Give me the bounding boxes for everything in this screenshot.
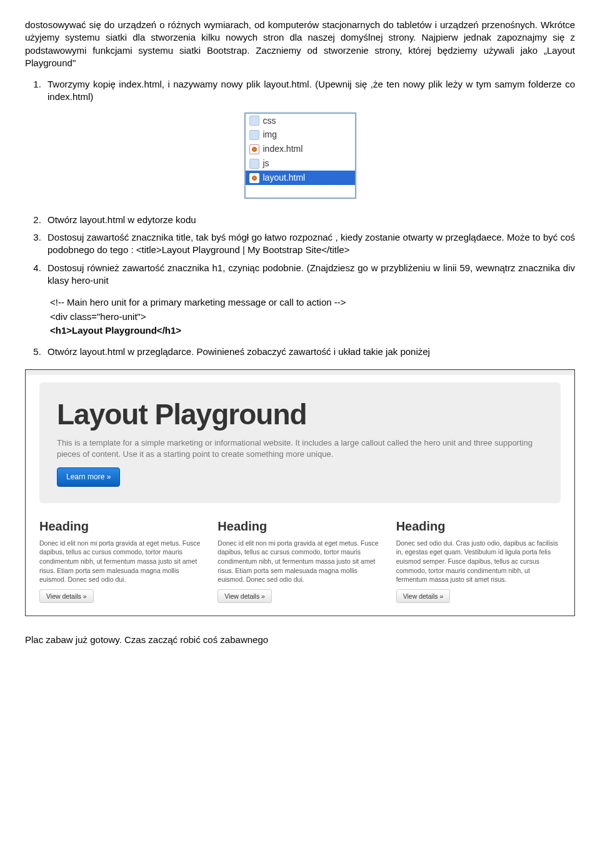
column-text: Donec sed odio dui. Cras justo odio, dap… — [396, 539, 561, 584]
file-icon — [249, 173, 259, 183]
file-name: index.html — [263, 143, 303, 155]
ordered-list-2: Otwórz layout.html w edytorze kodu Dosto… — [44, 214, 575, 287]
closing-paragraph: Plac zabaw już gotowy. Czas zacząć robić… — [25, 634, 575, 646]
column-text: Donec id elit non mi porta gravida at eg… — [39, 539, 204, 584]
column-heading: Heading — [396, 518, 561, 535]
ordered-list-1: Tworzymy kopię index.html, i nazywamy no… — [44, 78, 575, 104]
list-item-5: Otwórz layout.html w przeglądarce. Powin… — [44, 346, 575, 358]
feature-columns: Heading Donec id elit non mi porta gravi… — [39, 518, 561, 604]
navbar-placeholder — [26, 370, 574, 375]
file-icon — [249, 144, 259, 154]
folder-icon — [249, 159, 259, 169]
file-row-layout: layout.html — [246, 171, 355, 185]
list-item-1: Tworzymy kopię index.html, i nazywamy no… — [44, 78, 575, 104]
folder-icon — [249, 116, 259, 126]
view-details-button[interactable]: View details » — [39, 589, 94, 603]
view-details-button[interactable]: View details » — [218, 589, 272, 603]
code-line-1: <!-- Main hero unit for a primary market… — [50, 296, 575, 310]
code-line-3: <h1>Layout Playground</h1> — [50, 324, 575, 338]
list-item-3: Dostosuj zawartość znacznika title, tak … — [44, 231, 575, 257]
column-heading: Heading — [39, 518, 204, 535]
folder-icon — [249, 130, 259, 140]
file-name: js — [263, 157, 269, 169]
file-row-css: css — [246, 114, 355, 128]
list-item-2: Otwórz layout.html w edytorze kodu — [44, 214, 575, 226]
learn-more-button[interactable]: Learn more » — [57, 467, 120, 486]
feature-column-1: Heading Donec id elit non mi porta gravi… — [39, 518, 204, 604]
column-heading: Heading — [218, 518, 382, 535]
column-text: Donec id elit non mi porta gravida at eg… — [218, 539, 382, 584]
hero-title: Layout Playground — [57, 395, 543, 434]
feature-column-2: Heading Donec id elit non mi porta gravi… — [218, 518, 382, 604]
view-details-button[interactable]: View details » — [396, 589, 451, 603]
intro-paragraph: dostosowywać się do urządzeń o różnych w… — [25, 19, 575, 69]
file-row-img: img — [246, 127, 355, 142]
feature-column-3: Heading Donec sed odio dui. Cras justo o… — [396, 518, 561, 604]
file-list: css img index.html js layout.html — [244, 112, 356, 199]
bootstrap-template: Layout Playground This is a template for… — [25, 369, 575, 616]
ordered-list-3: Otwórz layout.html w przeglądarce. Powin… — [44, 346, 575, 358]
file-name: img — [263, 129, 278, 141]
file-name: layout.html — [263, 172, 306, 184]
file-row-index: index.html — [246, 142, 355, 156]
file-row-js: js — [246, 156, 355, 171]
file-row-empty — [246, 185, 355, 197]
browser-screenshot: Layout Playground This is a template for… — [25, 369, 575, 616]
hero-lead: This is a template for a simple marketin… — [57, 437, 543, 460]
code-snippet: <!-- Main hero unit for a primary market… — [50, 296, 575, 338]
code-line-2: <div class="hero-unit"> — [50, 310, 575, 324]
file-name: css — [263, 115, 276, 127]
hero-unit: Layout Playground This is a template for… — [39, 382, 561, 503]
file-list-screenshot: css img index.html js layout.html — [25, 112, 575, 199]
list-item-4: Dostosuj również zawartość znacznika h1,… — [44, 262, 575, 287]
